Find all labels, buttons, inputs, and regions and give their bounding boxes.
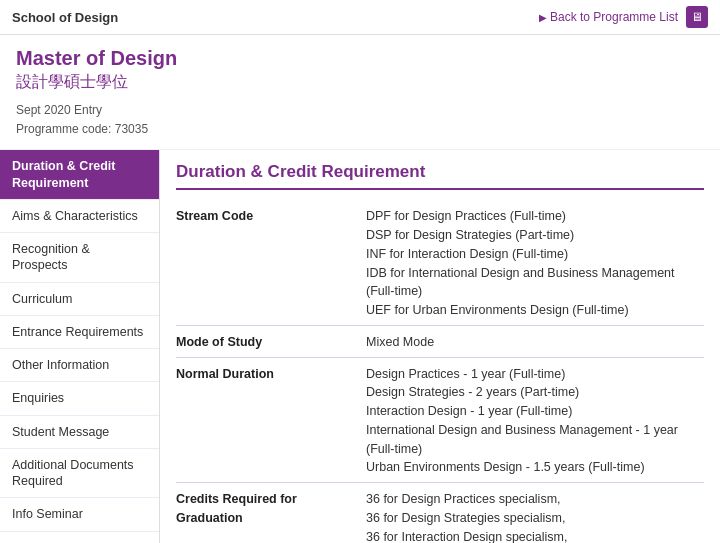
entry-date: Sept 2020 Entry xyxy=(16,103,102,117)
row-value-line: UEF for Urban Environments Design (Full-… xyxy=(366,301,696,320)
top-bar: School of Design Back to Programme List … xyxy=(0,0,720,35)
top-bar-right: Back to Programme List 🖥 xyxy=(539,6,708,28)
row-value-line: IDB for International Design and Busines… xyxy=(366,264,696,302)
info-table: Stream CodeDPF for Design Practices (Ful… xyxy=(176,202,704,543)
row-label-2: Normal Duration xyxy=(176,357,366,483)
sidebar-item-10[interactable]: Programme Leaflet xyxy=(0,532,159,543)
sidebar-item-0[interactable]: Duration & Credit Requirement xyxy=(0,150,159,200)
content-area: Duration & Credit Requirement Stream Cod… xyxy=(160,150,720,543)
school-title: School of Design xyxy=(12,10,118,25)
section-title: Duration & Credit Requirement xyxy=(176,162,704,190)
programme-title-zh: 設計學碩士學位 xyxy=(16,72,704,93)
sidebar-item-9[interactable]: Info Seminar xyxy=(0,498,159,531)
sidebar-item-2[interactable]: Recognition & Prospects xyxy=(0,233,159,283)
programme-code: Programme code: 73035 xyxy=(16,122,148,136)
sidebar-item-6[interactable]: Enquiries xyxy=(0,382,159,415)
row-value-line: Urban Environments Design - 1.5 years (F… xyxy=(366,458,696,477)
row-value-line: INF for Interaction Design (Full-time) xyxy=(366,245,696,264)
row-value-0: DPF for Design Practices (Full-time)DSP … xyxy=(366,202,704,325)
row-value-line: International Design and Business Manage… xyxy=(366,421,696,459)
row-value-line: 36 for Design Strategies specialism, xyxy=(366,509,696,528)
row-value-1: Mixed Mode xyxy=(366,325,704,357)
back-to-list-link[interactable]: Back to Programme List xyxy=(539,10,678,24)
row-value-line: 36 for Interaction Design specialism, xyxy=(366,528,696,543)
row-value-3: 36 for Design Practices specialism,36 fo… xyxy=(366,483,704,543)
sidebar-item-1[interactable]: Aims & Characteristics xyxy=(0,200,159,233)
sidebar-item-8[interactable]: Additional Documents Required xyxy=(0,449,159,499)
sidebar: Duration & Credit RequirementAims & Char… xyxy=(0,150,160,543)
row-value-2: Design Practices - 1 year (Full-time)Des… xyxy=(366,357,704,483)
sidebar-item-3[interactable]: Curriculum xyxy=(0,283,159,316)
sidebar-item-7[interactable]: Student Message xyxy=(0,416,159,449)
row-value-line: DPF for Design Practices (Full-time) xyxy=(366,207,696,226)
table-row-3: Credits Required for Graduation36 for De… xyxy=(176,483,704,543)
row-value-line: Mixed Mode xyxy=(366,333,696,352)
row-value-line: Design Strategies - 2 years (Part-time) xyxy=(366,383,696,402)
row-value-line: Interaction Design - 1 year (Full-time) xyxy=(366,402,696,421)
screen-icon: 🖥 xyxy=(686,6,708,28)
programme-meta: Sept 2020 Entry Programme code: 73035 xyxy=(16,101,704,139)
sidebar-item-4[interactable]: Entrance Requirements xyxy=(0,316,159,349)
row-value-line: Design Practices - 1 year (Full-time) xyxy=(366,365,696,384)
main-layout: Duration & Credit RequirementAims & Char… xyxy=(0,150,720,543)
programme-title-en: Master of Design xyxy=(16,47,704,70)
row-label-1: Mode of Study xyxy=(176,325,366,357)
table-row-2: Normal DurationDesign Practices - 1 year… xyxy=(176,357,704,483)
programme-header: Master of Design 設計學碩士學位 Sept 2020 Entry… xyxy=(0,35,720,150)
row-label-3: Credits Required for Graduation xyxy=(176,483,366,543)
sidebar-item-5[interactable]: Other Information xyxy=(0,349,159,382)
table-row-1: Mode of StudyMixed Mode xyxy=(176,325,704,357)
row-value-line: DSP for Design Strategies (Part-time) xyxy=(366,226,696,245)
row-label-0: Stream Code xyxy=(176,202,366,325)
row-value-line: 36 for Design Practices specialism, xyxy=(366,490,696,509)
table-row-0: Stream CodeDPF for Design Practices (Ful… xyxy=(176,202,704,325)
